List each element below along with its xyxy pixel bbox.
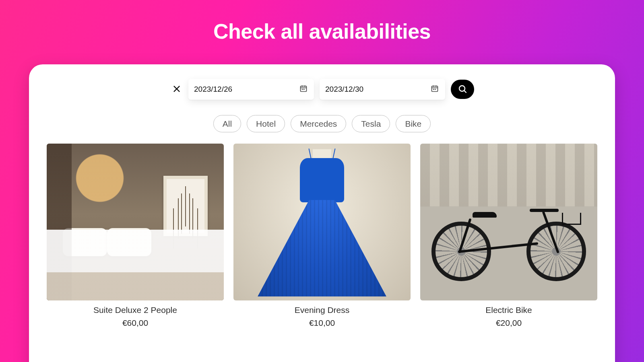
product-name: Evening Dress [233, 305, 411, 315]
svg-line-15 [464, 90, 466, 93]
end-date-input[interactable]: 2023/12/30 [320, 79, 445, 100]
product-image [47, 144, 224, 300]
svg-rect-6 [302, 89, 303, 90]
search-row: 2023/12/26 2023/12/30 [47, 79, 597, 100]
page-title: Check all availabilities [0, 0, 644, 43]
close-icon [172, 84, 181, 95]
product-card[interactable]: Electric Bike €20,00 [420, 144, 597, 328]
availability-panel: 2023/12/26 2023/12/30 All Hotel Mercedes… [29, 64, 615, 362]
svg-rect-12 [433, 89, 434, 90]
end-date-value: 2023/12/30 [325, 85, 363, 94]
start-date-input[interactable]: 2023/12/26 [188, 79, 314, 100]
product-grid: Suite Deluxe 2 People €60,00 Evening Dre… [47, 144, 597, 328]
product-name: Suite Deluxe 2 People [47, 305, 224, 315]
start-date-value: 2023/12/26 [194, 85, 232, 94]
product-image [233, 144, 411, 300]
clear-dates-button[interactable] [170, 82, 184, 96]
filter-chip-bike[interactable]: Bike [396, 115, 431, 132]
product-price: €20,00 [420, 318, 597, 328]
filter-chip-mercedes[interactable]: Mercedes [291, 115, 346, 132]
filter-chip-tesla[interactable]: Tesla [352, 115, 390, 132]
filter-chips: All Hotel Mercedes Tesla Bike [47, 115, 597, 132]
search-button[interactable] [451, 80, 474, 99]
calendar-icon [431, 84, 439, 94]
product-name: Electric Bike [420, 305, 597, 315]
product-price: €60,00 [47, 318, 224, 328]
filter-chip-all[interactable]: All [213, 115, 241, 132]
svg-rect-7 [303, 89, 305, 90]
search-icon [458, 84, 467, 95]
product-image [420, 144, 597, 300]
product-price: €10,00 [233, 318, 411, 328]
calendar-icon [299, 84, 308, 94]
product-card[interactable]: Suite Deluxe 2 People €60,00 [47, 144, 224, 328]
svg-rect-13 [435, 89, 436, 90]
filter-chip-hotel[interactable]: Hotel [247, 115, 285, 132]
product-card[interactable]: Evening Dress €10,00 [233, 144, 411, 328]
